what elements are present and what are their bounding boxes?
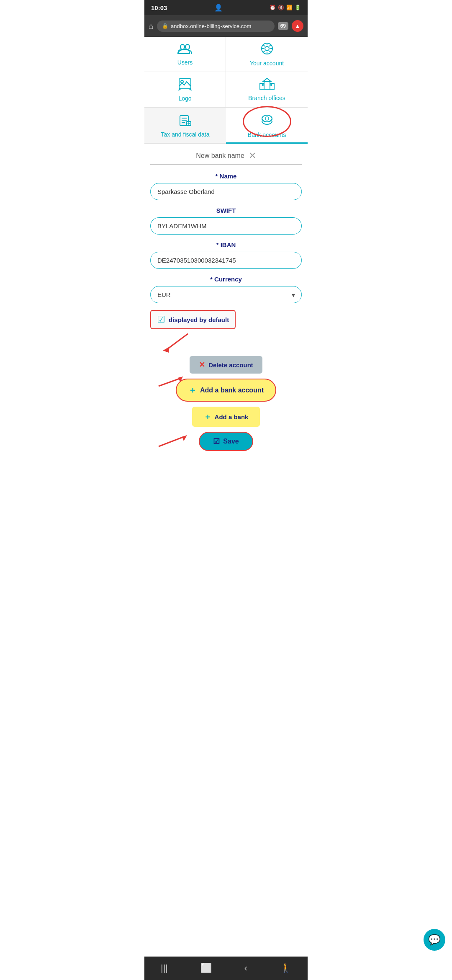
svg-point-31	[265, 117, 269, 120]
bank-icon	[260, 114, 274, 130]
currency-select-wrap: EUR USD GBP CHF ▾	[150, 286, 302, 303]
svg-rect-16	[264, 82, 270, 89]
add-bank-account-label: Add a bank account	[200, 387, 264, 394]
save-label: Save	[223, 438, 239, 445]
logo-label: Logo	[178, 95, 191, 102]
bank-name-row: New bank name ✕	[150, 150, 302, 165]
close-bank-button[interactable]: ✕	[249, 150, 256, 161]
users-label: Users	[177, 59, 193, 66]
svg-marker-19	[263, 78, 271, 82]
add-bank-plus-icon: ＋	[204, 412, 211, 422]
status-bar: 10:03 👤 ⏰ 🔇 📶 🔋	[144, 0, 308, 15]
url-bar[interactable]: 🔒 andbox.online-billing-service.com	[157, 21, 275, 32]
svg-marker-37	[182, 435, 187, 441]
checkbox-check-icon: ☑	[157, 314, 165, 325]
nav-item-your-account[interactable]: Your account	[226, 37, 308, 72]
bank-name-text: New bank name	[196, 152, 244, 160]
status-user-icon: 👤	[214, 4, 223, 12]
your-account-label: Your account	[250, 60, 284, 67]
delete-x-icon: ✕	[199, 360, 205, 369]
svg-point-13	[181, 80, 183, 83]
url-text: andbox.online-billing-service.com	[171, 23, 251, 29]
svg-point-0	[180, 44, 185, 49]
currency-select[interactable]: EUR USD GBP CHF	[150, 286, 302, 303]
main-content: New bank name ✕ * Name SWIFT * IBAN * Cu…	[144, 144, 308, 496]
add-bank-label: Add a bank	[215, 413, 249, 420]
add-bank-account-row: ＋ Add a bank account	[150, 379, 302, 402]
alarm-icon: ⏰	[270, 5, 276, 10]
svg-line-9	[269, 51, 271, 53]
branch-offices-label: Branch offices	[248, 95, 285, 101]
tab-count-badge[interactable]: 69	[278, 22, 288, 30]
signal-icon: 📶	[286, 5, 293, 10]
add-bank-account-button[interactable]: ＋ Add a bank account	[176, 379, 276, 402]
logo-icon	[178, 77, 192, 93]
name-label: * Name	[150, 173, 302, 180]
iban-label: * IBAN	[150, 241, 302, 248]
battery-icon: 🔋	[295, 5, 301, 10]
svg-point-3	[265, 46, 269, 51]
svg-line-8	[263, 45, 265, 46]
tax-icon	[179, 115, 192, 129]
delete-account-row: ✕ Delete account	[150, 356, 302, 374]
save-check-icon: ☑	[213, 437, 220, 446]
home-icon[interactable]: ⌂	[149, 21, 154, 31]
svg-point-22	[270, 84, 272, 86]
lock-icon: 🔒	[162, 23, 168, 29]
currency-label: * Currency	[150, 276, 302, 283]
swift-input[interactable]	[150, 217, 302, 235]
swift-label: SWIFT	[150, 207, 302, 214]
status-icons: ⏰ 🔇 📶 🔋	[270, 5, 301, 10]
your-account-icon	[260, 42, 274, 58]
delete-account-button[interactable]: ✕ Delete account	[190, 356, 262, 374]
save-row: ☑ Save	[150, 432, 302, 451]
checkbox-label: displayed by default	[169, 316, 229, 323]
add-bank-button[interactable]: ＋ Add a bank	[192, 407, 260, 427]
upload-button[interactable]: ▲	[292, 20, 303, 32]
nav-item-branch-offices[interactable]: Branch offices	[226, 72, 308, 107]
svg-point-21	[262, 84, 264, 86]
svg-line-10	[269, 45, 271, 46]
mute-icon: 🔇	[278, 5, 284, 10]
nav-grid: Users Your account	[144, 37, 308, 108]
add-bank-row: ＋ Add a bank	[150, 407, 302, 427]
delete-account-label: Delete account	[208, 361, 253, 369]
add-account-plus-icon: ＋	[188, 384, 197, 396]
nav-item-users[interactable]: Users	[144, 37, 226, 72]
nav-item-logo[interactable]: Logo	[144, 72, 226, 107]
save-button[interactable]: ☑ Save	[199, 432, 253, 451]
tab-tax[interactable]: Tax and fiscal data	[144, 108, 226, 143]
tab-row: Tax and fiscal data Bank accounts	[144, 108, 308, 144]
tab-bank[interactable]: Bank accounts	[226, 108, 308, 144]
svg-point-1	[185, 44, 190, 49]
users-icon	[177, 43, 193, 57]
svg-line-11	[263, 51, 265, 53]
iban-input[interactable]	[150, 252, 302, 269]
displayed-by-default-checkbox[interactable]: ☑ displayed by default	[150, 310, 236, 329]
tab-bank-label: Bank accounts	[248, 132, 286, 138]
browser-bar: ⌂ 🔒 andbox.online-billing-service.com 69…	[144, 15, 308, 37]
tab-tax-label: Tax and fiscal data	[161, 131, 210, 138]
status-time: 10:03	[151, 4, 167, 11]
svg-line-36	[159, 437, 184, 446]
branch-offices-icon	[259, 77, 275, 93]
name-input[interactable]	[150, 183, 302, 200]
